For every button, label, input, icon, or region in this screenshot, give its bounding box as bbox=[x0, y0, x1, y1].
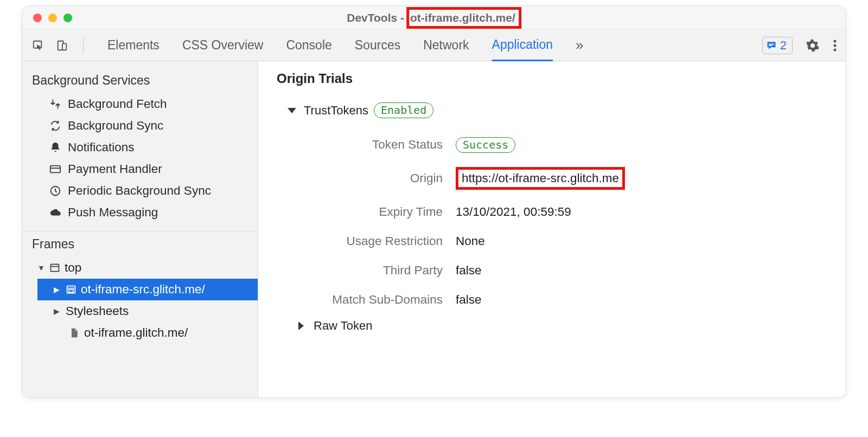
row-third-party: Third Party false bbox=[293, 256, 833, 285]
disclosure-triangle-right-icon[interactable]: ▶ bbox=[54, 307, 61, 316]
toolbar-divider bbox=[83, 37, 84, 54]
row-origin: Origin https://ot-iframe-src.glitch.me bbox=[293, 159, 833, 197]
sidebar-item-label: Background Sync bbox=[68, 119, 163, 133]
row-token-status: Token Status Success bbox=[293, 130, 833, 159]
tab-application[interactable]: Application bbox=[492, 30, 553, 61]
trial-status-pill: Enabled bbox=[374, 102, 433, 118]
application-sidebar: Background Services Background Fetch Bac… bbox=[22, 61, 258, 397]
label-origin: Origin bbox=[293, 171, 456, 185]
trial-name: TrustTokens bbox=[304, 104, 368, 118]
sidebar-item-payment-handler[interactable]: Payment Handler bbox=[22, 158, 258, 180]
svg-rect-2 bbox=[62, 43, 66, 50]
sidebar-group-bg-services: Background Services bbox=[22, 69, 258, 93]
value-match-sub: false bbox=[456, 293, 482, 307]
sidebar-item-label: Notifications bbox=[68, 140, 135, 155]
value-usage: None bbox=[456, 234, 485, 248]
frame-stylesheets-label: Stylesheets bbox=[66, 304, 129, 318]
sidebar-item-label: Payment Handler bbox=[68, 162, 162, 176]
titlebar: DevTools - ot-iframe.glitch.me/ bbox=[22, 6, 846, 30]
close-window-button[interactable] bbox=[33, 14, 42, 22]
raw-token-label: Raw Token bbox=[314, 319, 372, 333]
sidebar-item-label: Push Messaging bbox=[68, 205, 158, 220]
frame-stylesheets[interactable]: ▶ Stylesheets bbox=[37, 300, 258, 322]
frame-iframe-icon bbox=[66, 284, 76, 295]
document-icon bbox=[69, 327, 80, 338]
maximize-window-button[interactable] bbox=[63, 14, 72, 22]
tab-elements[interactable]: Elements bbox=[107, 30, 159, 61]
sidebar-item-label: Periodic Background Sync bbox=[68, 184, 211, 198]
frame-page-label: ot-iframe.glitch.me/ bbox=[84, 326, 188, 340]
toolbar: Elements CSS Overview Console Sources Ne… bbox=[22, 30, 846, 61]
value-origin-highlight: https://ot-iframe-src.glitch.me bbox=[456, 167, 625, 190]
svg-rect-15 bbox=[69, 290, 73, 292]
tab-console[interactable]: Console bbox=[286, 30, 331, 61]
value-third-party: false bbox=[456, 264, 482, 278]
frame-selected-label: ot-iframe-src.glitch.me/ bbox=[81, 282, 205, 297]
row-usage-restriction: Usage Restriction None bbox=[293, 227, 833, 256]
cloud-icon bbox=[49, 207, 61, 218]
kebab-menu-icon[interactable] bbox=[833, 39, 837, 52]
title-url-highlight: ot-iframe.glitch.me/ bbox=[406, 7, 521, 29]
issues-count: 2 bbox=[780, 38, 787, 53]
panel-heading: Origin Trials bbox=[277, 71, 833, 86]
sidebar-item-push-messaging[interactable]: Push Messaging bbox=[22, 202, 258, 223]
disclosure-triangle-right-icon[interactable]: ▶ bbox=[54, 285, 61, 294]
label-token-status: Token Status bbox=[293, 138, 456, 152]
window-title: DevTools - ot-iframe.glitch.me/ bbox=[347, 7, 521, 29]
frame-window-icon bbox=[49, 262, 60, 273]
devtools-tabs: Elements CSS Overview Console Sources Ne… bbox=[97, 30, 762, 61]
sidebar-group-frames: Frames bbox=[22, 237, 258, 257]
trial-row[interactable]: TrustTokens Enabled bbox=[271, 102, 833, 118]
raw-token-row[interactable]: Raw Token bbox=[271, 319, 833, 333]
sidebar-item-notifications[interactable]: Notifications bbox=[22, 137, 258, 158]
minimize-window-button[interactable] bbox=[48, 14, 57, 22]
message-icon bbox=[766, 40, 777, 51]
svg-point-6 bbox=[834, 44, 837, 47]
svg-point-5 bbox=[834, 40, 837, 42]
fetch-icon bbox=[49, 98, 61, 110]
svg-point-7 bbox=[834, 48, 837, 51]
frame-page-entry[interactable]: ot-iframe.glitch.me/ bbox=[37, 322, 258, 344]
inspect-element-icon[interactable] bbox=[32, 40, 44, 52]
sidebar-item-label: Background Fetch bbox=[68, 97, 167, 111]
svg-rect-8 bbox=[50, 166, 60, 173]
more-tabs-icon[interactable]: » bbox=[576, 37, 583, 54]
svg-rect-11 bbox=[51, 264, 59, 271]
label-expiry: Expiry Time bbox=[293, 205, 456, 219]
tab-css-overview[interactable]: CSS Overview bbox=[182, 30, 264, 61]
sidebar-item-bg-sync[interactable]: Background Sync bbox=[22, 115, 258, 137]
devtools-window: DevTools - ot-iframe.glitch.me/ Elements… bbox=[22, 5, 846, 398]
sidebar-divider bbox=[22, 231, 258, 232]
label-usage: Usage Restriction bbox=[293, 234, 456, 248]
row-expiry: Expiry Time 13/10/2021, 00:59:59 bbox=[293, 197, 833, 227]
traffic-lights bbox=[22, 14, 72, 22]
bell-icon bbox=[49, 142, 61, 153]
disclosure-triangle-down-icon[interactable] bbox=[288, 108, 296, 113]
issues-badge[interactable]: 2 bbox=[762, 37, 793, 54]
tab-network[interactable]: Network bbox=[423, 30, 469, 61]
gear-icon[interactable] bbox=[806, 38, 820, 53]
sidebar-item-bg-fetch[interactable]: Background Fetch bbox=[22, 93, 258, 115]
sync-icon bbox=[49, 120, 61, 132]
card-icon bbox=[49, 163, 61, 175]
label-match-sub: Match Sub-Domains bbox=[293, 293, 456, 307]
token-details: Token Status Success Origin https://ot-i… bbox=[271, 130, 833, 314]
value-token-status: Success bbox=[456, 138, 515, 152]
origin-trials-panel: Origin Trials TrustTokens Enabled Token … bbox=[258, 61, 846, 397]
disclosure-triangle-right-icon[interactable] bbox=[298, 322, 308, 330]
frame-top[interactable]: ▼ top bbox=[37, 257, 258, 279]
sidebar-item-periodic-sync[interactable]: Periodic Background Sync bbox=[22, 180, 258, 202]
svg-rect-4 bbox=[769, 45, 773, 46]
token-status-pill: Success bbox=[456, 137, 515, 153]
panel-body: Background Services Background Fetch Bac… bbox=[22, 61, 846, 397]
frame-top-label: top bbox=[65, 261, 81, 275]
clock-icon bbox=[49, 185, 61, 197]
row-match-subdomains: Match Sub-Domains false bbox=[293, 285, 833, 314]
title-prefix: DevTools - bbox=[347, 11, 404, 24]
disclosure-triangle-down-icon[interactable]: ▼ bbox=[37, 264, 45, 272]
label-third-party: Third Party bbox=[293, 264, 456, 278]
device-toggle-icon[interactable] bbox=[56, 40, 68, 52]
frame-iframe-selected[interactable]: ▶ ot-iframe-src.glitch.me/ bbox=[37, 279, 258, 300]
svg-rect-3 bbox=[769, 43, 774, 44]
tab-sources[interactable]: Sources bbox=[355, 30, 400, 61]
